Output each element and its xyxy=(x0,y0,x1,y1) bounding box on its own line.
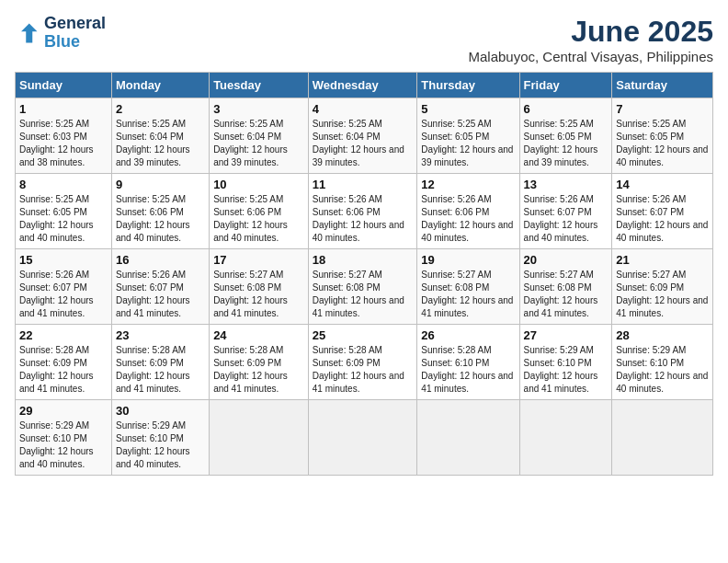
table-row: 7 Sunrise: 5:25 AM Sunset: 6:05 PM Dayli… xyxy=(612,98,713,174)
day-number: 24 xyxy=(213,328,304,342)
header-saturday: Saturday xyxy=(612,73,713,98)
table-row xyxy=(612,400,713,476)
header-wednesday: Wednesday xyxy=(308,73,417,98)
sub-title: Malabuyoc, Central Visayas, Philippines xyxy=(468,49,713,64)
day-info: Sunrise: 5:27 AM Sunset: 6:08 PM Dayligh… xyxy=(313,269,414,320)
table-row xyxy=(417,400,519,476)
calendar-table: Sunday Monday Tuesday Wednesday Thursday… xyxy=(15,72,713,476)
day-number: 5 xyxy=(421,102,515,116)
table-row: 28 Sunrise: 5:29 AM Sunset: 6:10 PM Dayl… xyxy=(612,325,713,400)
table-row: 26 Sunrise: 5:28 AM Sunset: 6:10 PM Dayl… xyxy=(417,325,519,400)
day-info: Sunrise: 5:25 AM Sunset: 6:04 PM Dayligh… xyxy=(313,118,414,169)
table-row: 10 Sunrise: 5:25 AM Sunset: 6:06 PM Dayl… xyxy=(210,174,309,249)
day-info: Sunrise: 5:28 AM Sunset: 6:10 PM Dayligh… xyxy=(421,344,515,396)
table-row xyxy=(210,400,309,476)
table-row: 5 Sunrise: 5:25 AM Sunset: 6:05 PM Dayli… xyxy=(417,98,519,174)
header-monday: Monday xyxy=(111,73,209,98)
day-info: Sunrise: 5:28 AM Sunset: 6:09 PM Dayligh… xyxy=(313,344,414,396)
table-row: 16 Sunrise: 5:26 AM Sunset: 6:07 PM Dayl… xyxy=(111,249,209,325)
day-info: Sunrise: 5:29 AM Sunset: 6:10 PM Dayligh… xyxy=(616,344,709,396)
day-number: 20 xyxy=(524,253,609,267)
day-number: 19 xyxy=(421,253,515,267)
day-number: 23 xyxy=(116,328,205,342)
day-info: Sunrise: 5:26 AM Sunset: 6:07 PM Dayligh… xyxy=(19,269,108,320)
svg-marker-0 xyxy=(21,23,38,42)
day-number: 29 xyxy=(19,404,108,418)
day-number: 26 xyxy=(421,328,515,342)
table-row: 14 Sunrise: 5:26 AM Sunset: 6:07 PM Dayl… xyxy=(612,174,713,249)
day-info: Sunrise: 5:25 AM Sunset: 6:04 PM Dayligh… xyxy=(213,118,304,169)
day-info: Sunrise: 5:25 AM Sunset: 6:05 PM Dayligh… xyxy=(19,193,108,245)
day-number: 30 xyxy=(116,404,205,418)
logo-text: General Blue xyxy=(44,15,106,52)
table-row: 17 Sunrise: 5:27 AM Sunset: 6:08 PM Dayl… xyxy=(210,249,309,325)
day-number: 6 xyxy=(524,102,609,116)
header-row: Sunday Monday Tuesday Wednesday Thursday… xyxy=(16,73,713,98)
header-sunday: Sunday xyxy=(16,73,112,98)
day-info: Sunrise: 5:25 AM Sunset: 6:06 PM Dayligh… xyxy=(213,193,304,245)
table-row xyxy=(308,400,417,476)
day-number: 1 xyxy=(19,102,108,116)
table-row: 3 Sunrise: 5:25 AM Sunset: 6:04 PM Dayli… xyxy=(210,98,309,174)
day-info: Sunrise: 5:27 AM Sunset: 6:08 PM Dayligh… xyxy=(421,269,515,320)
logo-line2: Blue xyxy=(44,33,106,52)
calendar-row: 8 Sunrise: 5:25 AM Sunset: 6:05 PM Dayli… xyxy=(16,174,713,249)
day-number: 17 xyxy=(213,253,304,267)
table-row: 8 Sunrise: 5:25 AM Sunset: 6:05 PM Dayli… xyxy=(16,174,112,249)
calendar-row: 22 Sunrise: 5:28 AM Sunset: 6:09 PM Dayl… xyxy=(16,325,713,400)
day-number: 11 xyxy=(313,178,414,191)
day-info: Sunrise: 5:25 AM Sunset: 6:04 PM Dayligh… xyxy=(116,118,205,169)
day-info: Sunrise: 5:26 AM Sunset: 6:07 PM Dayligh… xyxy=(616,193,709,245)
table-row: 23 Sunrise: 5:28 AM Sunset: 6:09 PM Dayl… xyxy=(111,325,209,400)
day-info: Sunrise: 5:26 AM Sunset: 6:07 PM Dayligh… xyxy=(524,193,609,245)
table-row: 20 Sunrise: 5:27 AM Sunset: 6:08 PM Dayl… xyxy=(519,249,612,325)
day-info: Sunrise: 5:29 AM Sunset: 6:10 PM Dayligh… xyxy=(116,419,205,471)
day-number: 8 xyxy=(19,178,108,191)
day-info: Sunrise: 5:28 AM Sunset: 6:09 PM Dayligh… xyxy=(116,344,205,396)
day-info: Sunrise: 5:27 AM Sunset: 6:09 PM Dayligh… xyxy=(616,269,709,320)
logo-line1: General xyxy=(44,15,106,33)
logo: General Blue xyxy=(15,15,106,52)
calendar-row: 15 Sunrise: 5:26 AM Sunset: 6:07 PM Dayl… xyxy=(16,249,713,325)
day-number: 14 xyxy=(616,178,709,191)
day-info: Sunrise: 5:26 AM Sunset: 6:06 PM Dayligh… xyxy=(421,193,515,245)
day-number: 9 xyxy=(116,178,205,191)
table-row xyxy=(519,400,612,476)
day-info: Sunrise: 5:25 AM Sunset: 6:03 PM Dayligh… xyxy=(19,118,108,169)
table-row: 13 Sunrise: 5:26 AM Sunset: 6:07 PM Dayl… xyxy=(519,174,612,249)
table-row: 29 Sunrise: 5:29 AM Sunset: 6:10 PM Dayl… xyxy=(16,400,112,476)
day-info: Sunrise: 5:25 AM Sunset: 6:06 PM Dayligh… xyxy=(116,193,205,245)
header-thursday: Thursday xyxy=(417,73,519,98)
table-row: 9 Sunrise: 5:25 AM Sunset: 6:06 PM Dayli… xyxy=(111,174,209,249)
day-info: Sunrise: 5:27 AM Sunset: 6:08 PM Dayligh… xyxy=(213,269,304,320)
table-row: 15 Sunrise: 5:26 AM Sunset: 6:07 PM Dayl… xyxy=(16,249,112,325)
calendar-row: 29 Sunrise: 5:29 AM Sunset: 6:10 PM Dayl… xyxy=(16,400,713,476)
table-row: 6 Sunrise: 5:25 AM Sunset: 6:05 PM Dayli… xyxy=(519,98,612,174)
day-number: 21 xyxy=(616,253,709,267)
day-info: Sunrise: 5:28 AM Sunset: 6:09 PM Dayligh… xyxy=(213,344,304,396)
day-number: 4 xyxy=(313,102,414,116)
table-row: 2 Sunrise: 5:25 AM Sunset: 6:04 PM Dayli… xyxy=(111,98,209,174)
table-row: 25 Sunrise: 5:28 AM Sunset: 6:09 PM Dayl… xyxy=(308,325,417,400)
table-row: 1 Sunrise: 5:25 AM Sunset: 6:03 PM Dayli… xyxy=(16,98,112,174)
table-row: 11 Sunrise: 5:26 AM Sunset: 6:06 PM Dayl… xyxy=(308,174,417,249)
main-title: June 2025 xyxy=(468,15,713,49)
day-info: Sunrise: 5:27 AM Sunset: 6:08 PM Dayligh… xyxy=(524,269,609,320)
title-area: June 2025 Malabuyoc, Central Visayas, Ph… xyxy=(468,15,713,64)
day-number: 12 xyxy=(421,178,515,191)
table-row: 22 Sunrise: 5:28 AM Sunset: 6:09 PM Dayl… xyxy=(16,325,112,400)
day-number: 3 xyxy=(213,102,304,116)
day-info: Sunrise: 5:25 AM Sunset: 6:05 PM Dayligh… xyxy=(616,118,709,169)
table-row: 30 Sunrise: 5:29 AM Sunset: 6:10 PM Dayl… xyxy=(111,400,209,476)
calendar-row: 1 Sunrise: 5:25 AM Sunset: 6:03 PM Dayli… xyxy=(16,98,713,174)
day-info: Sunrise: 5:28 AM Sunset: 6:09 PM Dayligh… xyxy=(19,344,108,396)
page-header: General Blue June 2025 Malabuyoc, Centra… xyxy=(15,15,713,64)
day-info: Sunrise: 5:29 AM Sunset: 6:10 PM Dayligh… xyxy=(524,344,609,396)
day-info: Sunrise: 5:26 AM Sunset: 6:06 PM Dayligh… xyxy=(313,193,414,245)
day-number: 15 xyxy=(19,253,108,267)
day-number: 2 xyxy=(116,102,205,116)
day-info: Sunrise: 5:25 AM Sunset: 6:05 PM Dayligh… xyxy=(421,118,515,169)
header-friday: Friday xyxy=(519,73,612,98)
table-row: 18 Sunrise: 5:27 AM Sunset: 6:08 PM Dayl… xyxy=(308,249,417,325)
table-row: 21 Sunrise: 5:27 AM Sunset: 6:09 PM Dayl… xyxy=(612,249,713,325)
